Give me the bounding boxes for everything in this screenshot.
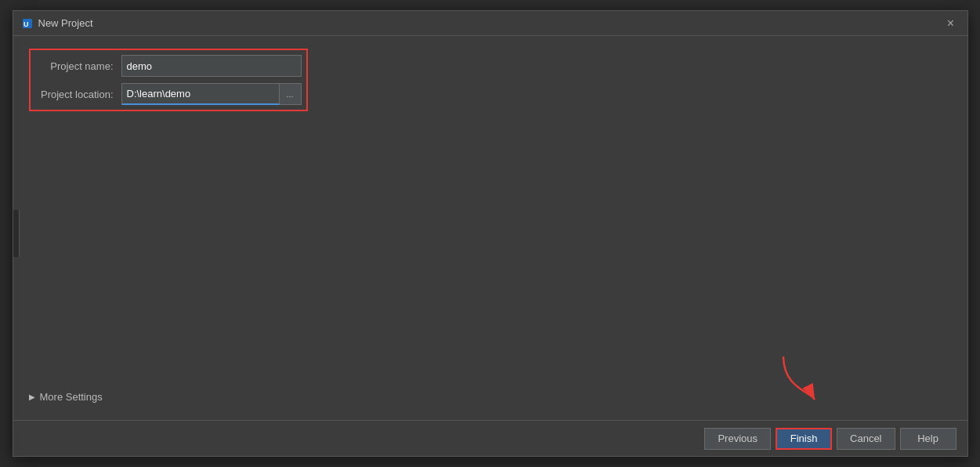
- project-name-row: Project name:: [35, 55, 302, 77]
- dialog-title: New Project: [38, 17, 93, 29]
- bottom-bar: Previous Finish Cancel Help: [13, 420, 967, 456]
- more-settings-arrow-icon: ▶: [29, 393, 35, 401]
- dialog-content: Project name: Project location: ... ▶ Mo…: [13, 36, 967, 420]
- title-bar: U New Project ×: [13, 11, 967, 36]
- project-name-input[interactable]: [121, 55, 302, 77]
- fields-outline-box: Project name: Project location: ...: [29, 49, 308, 111]
- cancel-button[interactable]: Cancel: [837, 428, 895, 450]
- project-location-row: Project location: ...: [35, 83, 302, 105]
- project-location-field-wrapper: ...: [121, 83, 302, 105]
- finish-button[interactable]: Finish: [776, 428, 832, 450]
- help-button[interactable]: Help: [900, 428, 956, 450]
- browse-button[interactable]: ...: [280, 83, 302, 105]
- svg-text:U: U: [24, 20, 29, 28]
- new-project-dialog: U New Project × Project name: Project lo…: [13, 10, 968, 457]
- project-location-input[interactable]: [121, 83, 280, 105]
- close-button[interactable]: ×: [942, 15, 960, 32]
- more-settings-label: More Settings: [40, 391, 103, 403]
- project-name-label: Project name:: [35, 60, 121, 72]
- left-sidebar-hint: [13, 210, 20, 257]
- previous-button[interactable]: Previous: [704, 428, 771, 450]
- app-icon: U: [21, 17, 34, 30]
- more-settings-toggle[interactable]: ▶ More Settings: [29, 386, 952, 407]
- title-bar-left: U New Project: [21, 17, 93, 30]
- project-location-label: Project location:: [35, 89, 121, 100]
- content-spacer: [29, 111, 952, 386]
